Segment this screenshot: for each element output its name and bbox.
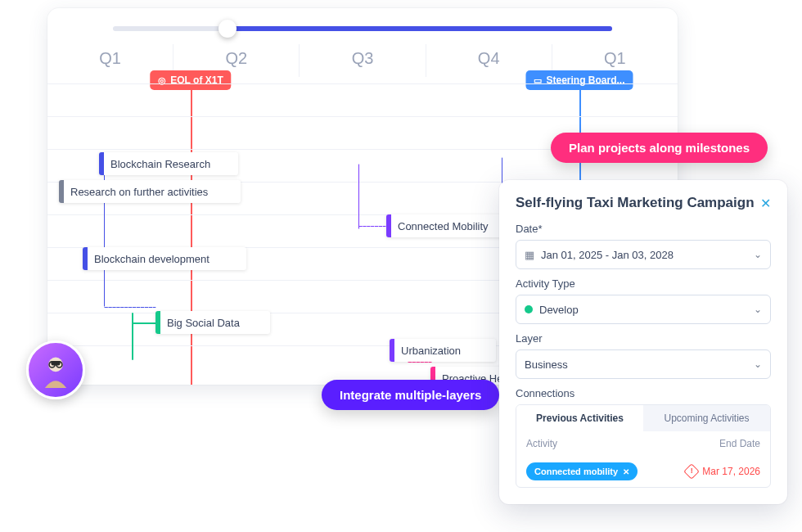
- task-blockchain-dev[interactable]: Blockchain development: [83, 247, 246, 270]
- connector: [132, 313, 133, 360]
- activity-type-label: Activity Type: [516, 277, 771, 290]
- tab-upcoming-activities[interactable]: Upcoming Activities: [643, 405, 770, 431]
- timeline-scrubber-track[interactable]: [113, 26, 612, 31]
- chip-label: Connected mobility: [534, 467, 618, 476]
- task-blockchain-research[interactable]: Blockchain Research: [99, 152, 238, 175]
- timeline-scrubber-fill: [228, 26, 612, 31]
- timeline-scrubber-handle[interactable]: [219, 20, 237, 38]
- task-label: Urbanization: [401, 345, 461, 357]
- date-field[interactable]: ▦ Jan 01, 2025 - Jan 03, 2028 ⌄: [516, 240, 771, 269]
- task-label: Research on further activities: [70, 186, 208, 198]
- avatar-person-icon: [38, 352, 74, 388]
- layer-label: Layer: [516, 332, 771, 345]
- layer-select[interactable]: Business ⌄: [516, 349, 771, 379]
- task-color-bar: [386, 214, 391, 237]
- calendar-icon: ▦: [525, 249, 534, 261]
- layer-value: Business: [525, 358, 568, 371]
- task-label: Connected Mobility: [398, 220, 489, 232]
- callout-label: Plan projects along milestones: [569, 141, 750, 155]
- date-value: Jan 01, 2025 - Jan 03, 2028: [541, 249, 674, 261]
- tab-previous-activities[interactable]: Previous Activities: [516, 405, 643, 431]
- end-date-value: Mar 17, 2026: [686, 462, 760, 480]
- callout-integrate-layers: Integrate multiple-layers: [322, 380, 499, 410]
- activity-detail-panel: Self-flying Taxi Marketing Campaign ✕ Da…: [499, 180, 787, 504]
- task-color-bar: [59, 180, 64, 203]
- chevron-down-icon: ⌄: [754, 249, 762, 260]
- connector: [408, 362, 432, 363]
- quarter-label: Q3: [300, 44, 426, 77]
- task-big-social-data[interactable]: Big Social Data: [155, 311, 270, 334]
- connector: [132, 322, 156, 324]
- task-color-bar: [83, 247, 88, 270]
- task-connected-mobility[interactable]: Connected Mobility: [386, 214, 517, 237]
- connections-box: Previous Activities Upcoming Activities …: [516, 404, 771, 488]
- callout-label: Integrate multiple-layers: [340, 388, 481, 402]
- task-color-bar: [99, 152, 104, 175]
- warning-icon: [683, 463, 700, 480]
- task-research-further[interactable]: Research on further activities: [59, 180, 241, 203]
- chevron-down-icon: ⌄: [754, 304, 762, 315]
- task-label: Blockchain Research: [110, 158, 210, 170]
- column-end-date: End Date: [719, 438, 760, 449]
- connection-chip[interactable]: Connected mobility ✕: [526, 462, 638, 480]
- connector: [358, 226, 386, 227]
- table-row: Connected mobility ✕ Mar 17, 2026: [516, 456, 770, 487]
- chevron-down-icon: ⌄: [754, 358, 762, 370]
- task-label: Big Social Data: [167, 317, 240, 329]
- connections-label: Connections: [516, 387, 771, 399]
- panel-title: Self-flying Taxi Marketing Campaign: [516, 195, 755, 211]
- connector: [104, 307, 156, 308]
- status-dot-icon: [525, 305, 533, 313]
- date-label: Date*: [516, 223, 771, 235]
- callout-plan-milestones: Plan projects along milestones: [551, 133, 768, 163]
- task-color-bar: [155, 311, 160, 334]
- activity-type-value: Develop: [539, 304, 579, 316]
- remove-icon[interactable]: ✕: [623, 467, 629, 476]
- user-avatar[interactable]: [26, 340, 85, 399]
- end-date-text: Mar 17, 2026: [702, 466, 760, 477]
- close-icon[interactable]: ✕: [760, 196, 771, 211]
- column-activity: Activity: [526, 438, 557, 449]
- connector: [358, 164, 359, 229]
- activity-type-select[interactable]: Develop ⌄: [516, 295, 771, 324]
- task-urbanization[interactable]: Urbanization: [390, 339, 496, 362]
- task-color-bar: [390, 339, 394, 362]
- task-label: Blockchain development: [94, 253, 210, 265]
